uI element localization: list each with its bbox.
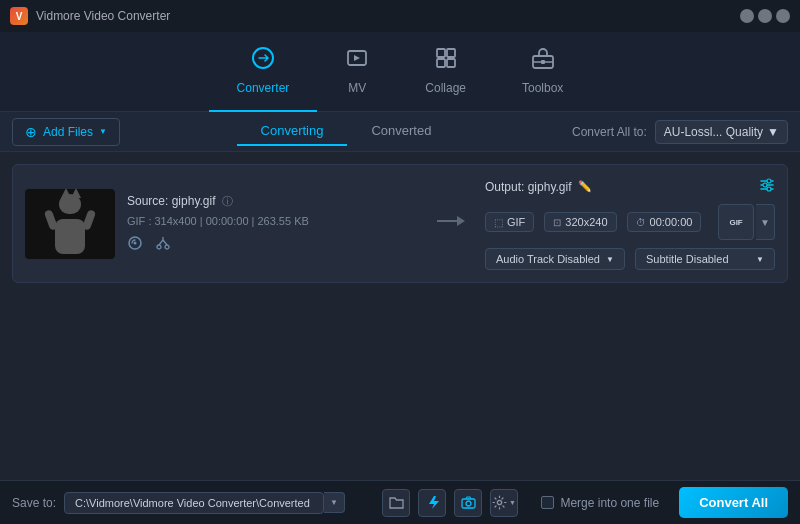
file-source-row: Source: giphy.gif ⓘ [127, 194, 415, 209]
maximize-button[interactable]: □ [758, 9, 772, 23]
film-icon: ⬚ [494, 217, 503, 228]
source-text: Source: giphy.gif [127, 194, 216, 208]
svg-point-11 [157, 245, 161, 249]
svg-rect-4 [437, 59, 445, 67]
svg-point-12 [165, 245, 169, 249]
save-path-input[interactable] [64, 492, 324, 514]
nav-item-toolbox[interactable]: Toolbox [494, 32, 591, 112]
audio-track-label: Audio Track Disabled [496, 253, 600, 265]
convert-all-label: Convert All to: [572, 125, 647, 139]
audio-caret-icon: ▼ [606, 255, 614, 264]
folder-icon-button[interactable] [382, 489, 410, 517]
collage-icon [434, 46, 458, 75]
file-meta: GIF : 314x400 | 00:00:00 | 263.55 KB [127, 215, 415, 227]
output-section: Output: giphy.gif ✏️ ⬚ [485, 177, 775, 270]
merge-section: Merge into one file [541, 496, 659, 510]
convert-all-caret-icon: ▼ [767, 125, 779, 139]
minimize-button[interactable]: ─ [740, 9, 754, 23]
edit-icon[interactable]: ✏️ [578, 180, 592, 193]
output-label: Output: giphy.gif [485, 180, 572, 194]
add-files-button[interactable]: ⊕ Add Files ▼ [12, 118, 120, 146]
nav-item-mv[interactable]: MV [317, 32, 397, 112]
svg-point-10 [134, 241, 137, 244]
subtitle-caret-icon: ▼ [756, 255, 764, 264]
output-duration-text: 00:00:00 [650, 216, 693, 228]
file-actions [127, 235, 415, 254]
output-resolution-text: 320x240 [565, 216, 607, 228]
svg-rect-3 [447, 49, 455, 57]
subtitle-dropdown[interactable]: Subtitle Disabled ▼ [635, 248, 775, 270]
svg-point-22 [763, 183, 767, 187]
nav-item-converter[interactable]: Converter [209, 32, 318, 112]
svg-point-25 [466, 501, 471, 506]
output-format-button[interactable]: GIF [718, 204, 754, 240]
title-bar: V Vidmore Video Converter ─ □ ✕ [0, 0, 800, 32]
title-bar-left: V Vidmore Video Converter [10, 7, 170, 25]
svg-rect-8 [541, 60, 545, 64]
output-resolution-badge: ⊡ 320x240 [544, 212, 616, 232]
cut-icon[interactable] [155, 235, 171, 254]
svg-line-14 [163, 240, 167, 245]
bottom-icons: ▼ [382, 489, 518, 517]
file-thumbnail [25, 189, 115, 259]
converter-icon [251, 46, 275, 75]
bottom-bar: Save to: ▼ ▼ [0, 480, 800, 524]
plus-icon: ⊕ [25, 124, 37, 140]
toolbox-icon [531, 46, 555, 75]
collage-label: Collage [425, 81, 466, 95]
expand-icon: ▼ [760, 217, 770, 228]
output-header: Output: giphy.gif ✏️ [485, 177, 775, 196]
converter-label: Converter [237, 81, 290, 95]
main-content: Source: giphy.gif ⓘ GIF : 314x400 | 00:0… [0, 152, 800, 480]
settings-icon-button[interactable]: ▼ [490, 489, 518, 517]
nav-item-collage[interactable]: Collage [397, 32, 494, 112]
cat-head [59, 194, 81, 214]
svg-rect-2 [437, 49, 445, 57]
convert-all-button[interactable]: Convert All [679, 487, 788, 518]
app-icon: V [10, 7, 28, 25]
save-path-group: ▼ [64, 492, 374, 514]
svg-marker-17 [457, 216, 465, 226]
merge-checkbox[interactable] [541, 496, 554, 509]
svg-point-21 [767, 179, 771, 183]
lightning-icon-button[interactable] [418, 489, 446, 517]
svg-point-23 [767, 187, 771, 191]
svg-point-26 [497, 500, 501, 504]
mv-label: MV [348, 81, 366, 95]
svg-rect-5 [447, 59, 455, 67]
settings-caret-icon: ▼ [509, 499, 516, 506]
clock-icon: ⏱ [636, 217, 646, 228]
save-to-label: Save to: [12, 496, 56, 510]
mv-icon [345, 46, 369, 75]
toolbox-label: Toolbox [522, 81, 563, 95]
subtitle-label: Subtitle Disabled [646, 253, 729, 265]
camera-icon-button[interactable] [454, 489, 482, 517]
title-bar-title: Vidmore Video Converter [36, 9, 170, 23]
info-icon[interactable]: ⓘ [222, 194, 233, 209]
toolbar: ⊕ Add Files ▼ Converting Converted Conve… [0, 112, 800, 152]
merge-label: Merge into one file [560, 496, 659, 510]
svg-line-13 [159, 240, 163, 245]
output-controls-row: ⬚ GIF ⊡ 320x240 ⏱ 00:00:00 GIF ▼ [485, 204, 775, 240]
file-item: Source: giphy.gif ⓘ GIF : 314x400 | 00:0… [12, 164, 788, 283]
output-duration-badge: ⏱ 00:00:00 [627, 212, 702, 232]
tabs-center: Converting Converted [120, 117, 572, 146]
top-nav: Converter MV Collage [0, 32, 800, 112]
cat-figure [45, 194, 95, 254]
convert-all-value: AU-Lossl... Quality [664, 125, 763, 139]
output-title: Output: giphy.gif ✏️ [485, 180, 592, 194]
audio-track-dropdown[interactable]: Audio Track Disabled ▼ [485, 248, 625, 270]
path-browse-button[interactable]: ▼ [324, 492, 345, 513]
output-settings-icon[interactable] [759, 177, 775, 196]
format-btn-text: GIF [729, 218, 742, 227]
resolution-icon: ⊡ [553, 217, 561, 228]
close-button[interactable]: ✕ [776, 9, 790, 23]
tab-converted[interactable]: Converted [347, 117, 455, 146]
tab-converting[interactable]: Converting [237, 117, 348, 146]
effects-icon[interactable] [127, 235, 143, 254]
cat-body [55, 219, 85, 254]
format-expand-button[interactable]: ▼ [756, 204, 775, 240]
title-bar-controls: ─ □ ✕ [740, 9, 790, 23]
output-format-text: GIF [507, 216, 525, 228]
convert-all-select[interactable]: AU-Lossl... Quality ▼ [655, 120, 788, 144]
